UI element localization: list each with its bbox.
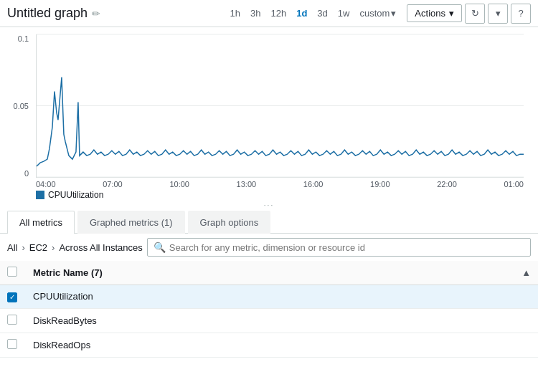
x-label-8: 01:00 bbox=[504, 180, 524, 188]
time-12h[interactable]: 12h bbox=[267, 6, 290, 20]
table-row: ✓ CPUUtilization bbox=[0, 285, 538, 309]
chart-legend: CPUUtilization bbox=[36, 188, 531, 200]
chart-svg bbox=[37, 34, 524, 177]
help-button[interactable]: ? bbox=[511, 4, 531, 24]
row-checkbox-cell-1: ✓ bbox=[0, 285, 26, 309]
tabs-bar: All metrics Graphed metrics (1) Graph op… bbox=[0, 211, 538, 234]
x-label-4: 13:00 bbox=[237, 180, 257, 188]
divider-section[interactable]: ··· bbox=[0, 199, 538, 211]
custom-chevron-icon: ▾ bbox=[391, 8, 396, 19]
chart-area bbox=[36, 34, 524, 178]
row-2-metric-name[interactable]: DiskReadBytes bbox=[26, 308, 538, 333]
select-all-checkbox[interactable] bbox=[7, 267, 17, 277]
row-checkbox-cell-3 bbox=[0, 333, 26, 357]
search-bar: 🔍 bbox=[147, 238, 531, 257]
tab-graph-options[interactable]: Graph options bbox=[188, 211, 271, 234]
edit-icon[interactable]: ✏ bbox=[92, 8, 100, 19]
row-3-metric-name[interactable]: DiskReadOps bbox=[26, 333, 538, 357]
table-row: DiskReadOps bbox=[0, 333, 538, 357]
actions-button[interactable]: Actions ▾ bbox=[407, 4, 462, 22]
dropdown-button[interactable]: ▾ bbox=[488, 4, 508, 24]
y-label-bot: 0 bbox=[7, 169, 29, 178]
table-row: DiskReadBytes bbox=[0, 308, 538, 333]
row-1-checkbox[interactable]: ✓ bbox=[7, 292, 17, 302]
row-checkbox-cell-2 bbox=[0, 308, 26, 333]
table-header-row: Metric Name (7) ▲ bbox=[0, 261, 538, 285]
search-icon: 🔍 bbox=[154, 242, 166, 253]
metrics-table: Metric Name (7) ▲ ✓ CPUUtilization DiskR… bbox=[0, 261, 538, 358]
chart-container: 0.1 0.05 0 04:00 07:00 10:00 13:00 16:00… bbox=[0, 27, 538, 199]
x-axis: 04:00 07:00 10:00 13:00 16:00 19:00 22:0… bbox=[36, 178, 524, 188]
dropdown-icon: ▾ bbox=[496, 8, 501, 19]
breadcrumb-sep-1: › bbox=[22, 242, 24, 253]
x-label-7: 22:00 bbox=[437, 180, 457, 188]
header: Untitled graph ✏ 1h 3h 12h 1d 3d 1w cust… bbox=[0, 0, 538, 27]
row-3-checkbox[interactable] bbox=[7, 339, 17, 349]
y-label-mid: 0.05 bbox=[7, 102, 29, 110]
page-title: Untitled graph bbox=[7, 6, 88, 21]
breadcrumb-ec2[interactable]: EC2 bbox=[29, 242, 47, 253]
actions-chevron-icon: ▾ bbox=[449, 8, 454, 19]
x-label-6: 19:00 bbox=[370, 180, 390, 188]
divider-handle: ··· bbox=[264, 201, 274, 209]
x-label-5: 16:00 bbox=[303, 180, 324, 188]
table-header-metric-name: Metric Name (7) ▲ bbox=[26, 261, 538, 285]
time-3d[interactable]: 3d bbox=[313, 6, 331, 20]
row-1-metric-name[interactable]: CPUUtilization bbox=[26, 285, 538, 309]
legend-label: CPUUtilization bbox=[48, 190, 103, 200]
search-input[interactable] bbox=[169, 242, 524, 253]
help-icon: ? bbox=[518, 8, 523, 19]
tab-all-metrics[interactable]: All metrics bbox=[7, 211, 75, 234]
row-2-checkbox[interactable] bbox=[7, 315, 17, 325]
header-right: Actions ▾ ↻ ▾ ? bbox=[407, 4, 531, 24]
table-header-checkbox bbox=[0, 261, 26, 285]
y-label-top: 0.1 bbox=[7, 34, 29, 43]
breadcrumb-across[interactable]: Across All Instances bbox=[59, 242, 142, 253]
refresh-button[interactable]: ↻ bbox=[465, 4, 485, 24]
breadcrumb-sep-2: › bbox=[52, 242, 55, 253]
breadcrumb-row: All › EC2 › Across All Instances 🔍 bbox=[0, 234, 538, 261]
time-1w[interactable]: 1w bbox=[334, 6, 354, 20]
time-1d[interactable]: 1d bbox=[293, 6, 311, 20]
breadcrumb-all[interactable]: All bbox=[7, 242, 17, 253]
time-custom[interactable]: custom ▾ bbox=[356, 6, 400, 20]
time-controls: 1h 3h 12h 1d 3d 1w custom ▾ bbox=[227, 6, 400, 20]
time-1h[interactable]: 1h bbox=[227, 6, 244, 20]
x-label-1: 04:00 bbox=[36, 180, 56, 188]
y-axis: 0.1 0.05 0 bbox=[7, 34, 29, 178]
x-label-2: 07:00 bbox=[103, 180, 123, 188]
actions-label: Actions bbox=[415, 8, 445, 19]
sort-icon[interactable]: ▲ bbox=[522, 267, 531, 278]
legend-color-swatch bbox=[36, 191, 44, 199]
time-3h[interactable]: 3h bbox=[247, 6, 264, 20]
tab-graphed-metrics[interactable]: Graphed metrics (1) bbox=[77, 211, 185, 234]
refresh-icon: ↻ bbox=[471, 8, 479, 19]
x-label-3: 10:00 bbox=[169, 180, 189, 188]
